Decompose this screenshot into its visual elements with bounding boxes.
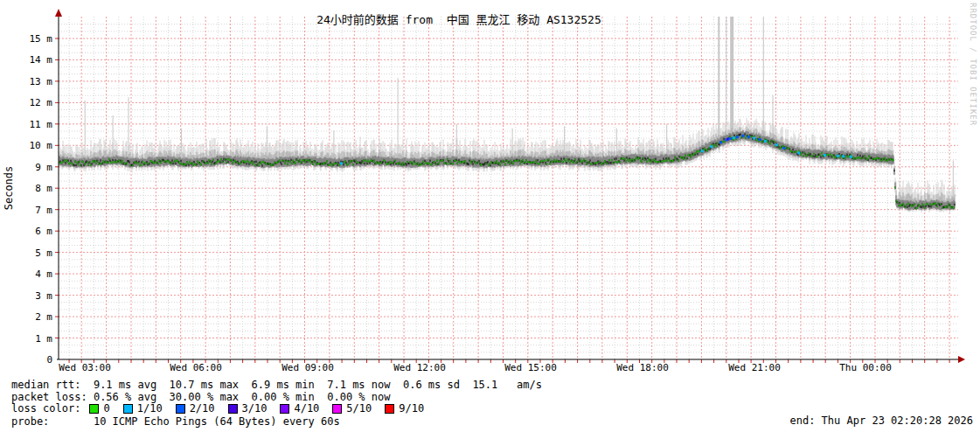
loss-swatch-label: 3/10 [242,402,268,415]
smokeping-graph: 24小时前的数据 from 中国 黑龙江 移动 AS132525 Seconds… [0,0,980,432]
x-tick-label: Wed 09:00 [271,362,344,373]
loss-legend-item: 1/10 [123,402,163,415]
y-axis-title: Seconds [3,162,15,214]
loss-swatch-label: 9/10 [399,402,424,415]
x-tick-label: Wed 03:00 [48,362,122,373]
y-tick-label: 4 m [14,268,52,280]
y-tick-label: 1 m [14,333,52,345]
graph-title: 24小时前的数据 from 中国 黑龙江 移动 AS132525 [0,10,918,27]
y-tick-label: 13 m [14,76,52,87]
y-tick-label: 14 m [14,54,52,66]
loss-legend-items: 01/102/103/104/105/109/10 [89,402,437,415]
y-tick-label: 7 m [14,205,52,216]
probe-info: probe: 10 ICMP Echo Pings (64 Bytes) eve… [11,415,340,428]
end-timestamp: end: Thu Apr 23 02:20:28 2026 [789,415,973,427]
median-loss-point [753,137,755,140]
smoke-band-mid [59,127,955,210]
x-tick-label: Wed 12:00 [383,362,456,373]
x-axis-arrow [958,356,965,363]
y-tick-label: 15 m [14,33,52,45]
median-loss-point [747,136,750,138]
y-tick-label: 9 m [14,162,52,173]
loss-legend-item: 0 [89,402,109,415]
median-loss-point [729,137,732,140]
loss-swatch [280,404,289,414]
median-loss-point [741,135,744,137]
loss-legend-item: 3/10 [228,402,268,415]
y-tick-label: 5 m [14,247,52,259]
y-tick-label: 6 m [14,226,52,237]
loss-swatch [176,404,185,414]
rrdtool-watermark: RRDTOOL / TOBI OETIKER [969,3,977,126]
packet-loss-stats: packet loss: 0.56 % avg 30.00 % max 0.00… [11,391,390,403]
loss-swatch-label: 2/10 [190,402,215,415]
median-loss-point [850,156,852,158]
median-loss-point [797,151,800,154]
median-loss-point [340,162,343,164]
loss-color-label: loss color: [11,402,80,415]
loss-color-legend: loss color: 01/102/103/104/105/109/10 [11,402,437,415]
loss-swatch [89,404,99,414]
axis-ticks [55,38,949,363]
x-tick-label: Wed 21:00 [718,362,791,373]
median-loss-point [837,155,839,157]
loss-legend-item: 4/10 [280,402,319,415]
y-tick-label: 11 m [14,119,52,130]
median-loss-point [782,147,785,150]
median-loss-point [759,138,761,141]
median-line [59,133,955,209]
loss-swatch [332,404,342,414]
loss-legend-item: 2/10 [176,402,215,415]
y-tick-label: 3 m [14,290,52,302]
loss-swatch-label: 4/10 [294,402,319,415]
median-loss-point [842,155,844,157]
smoke-band-inner [59,130,955,211]
median-loss-point [736,136,739,138]
y-tick-label: 0 [14,354,52,366]
x-tick-label: Wed 18:00 [606,362,679,373]
loss-swatch-label: 0 [103,402,109,415]
loss-legend-item: 9/10 [385,402,424,415]
median-loss-point [775,143,778,146]
loss-swatch [385,404,394,414]
median-loss-point [701,150,704,152]
median-loss-point [710,145,712,148]
median-loss-point [764,140,767,143]
median-loss-point [719,141,722,143]
loss-legend-item: 5/10 [332,402,372,415]
median-loss-point [824,154,826,157]
median-loss-point [733,136,735,139]
y-tick-label: 8 m [14,183,52,194]
loss-swatch-label: 5/10 [346,402,372,415]
loss-swatch-label: 1/10 [137,402,163,415]
y-tick-label: 12 m [14,97,52,108]
loss-swatch [228,404,238,414]
median-rtt-stats: median rtt: 9.1 ms avg 10.7 ms max 6.9 m… [11,379,542,391]
y-tick-label: 2 m [14,311,52,323]
x-tick-label: Wed 06:00 [159,362,233,373]
x-tick-label: Thu 00:00 [829,362,902,373]
y-tick-label: 10 m [14,140,52,151]
loss-swatch [123,404,133,414]
x-tick-label: Wed 15:00 [494,362,567,373]
